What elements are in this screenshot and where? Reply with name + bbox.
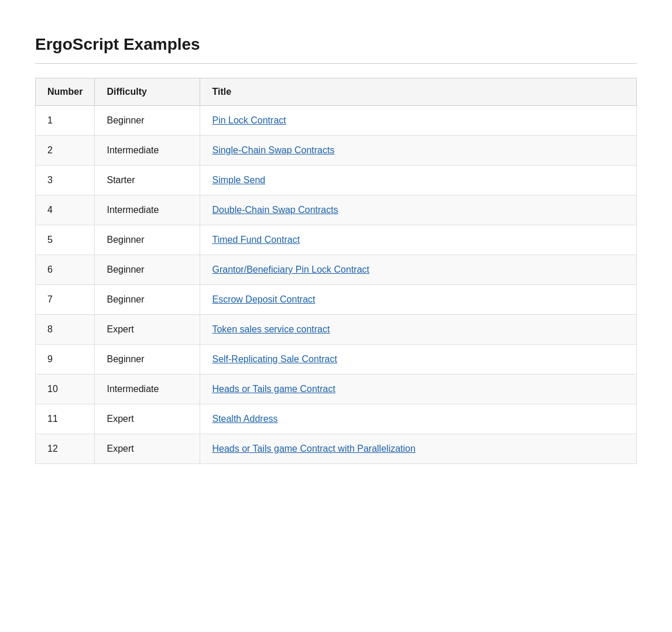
table-row: 8ExpertToken sales service contract (36, 315, 637, 345)
contract-link[interactable]: Token sales service contract (212, 324, 330, 334)
cell-title: Escrow Deposit Contract (200, 285, 637, 315)
contract-link[interactable]: Stealth Address (212, 414, 277, 424)
cell-number: 5 (36, 225, 95, 255)
cell-number: 11 (36, 404, 95, 434)
table-row: 12ExpertHeads or Tails game Contract wit… (36, 434, 637, 464)
cell-number: 4 (36, 195, 95, 225)
contract-link[interactable]: Simple Send (212, 175, 265, 185)
cell-difficulty: Beginner (95, 345, 200, 375)
table-row: 2IntermediateSingle-Chain Swap Contracts (36, 136, 637, 166)
page-title: ErgoScript Examples (35, 35, 637, 54)
table-row: 5BeginnerTimed Fund Contract (36, 225, 637, 255)
cell-title: Self-Replicating Sale Contract (200, 345, 637, 375)
cell-title: Pin Lock Contract (200, 106, 637, 136)
cell-title: Heads or Tails game Contract with Parall… (200, 434, 637, 464)
table-row: 1BeginnerPin Lock Contract (36, 106, 637, 136)
cell-difficulty: Beginner (95, 225, 200, 255)
table-row: 9BeginnerSelf-Replicating Sale Contract (36, 345, 637, 375)
cell-title: Grantor/Beneficiary Pin Lock Contract (200, 255, 637, 285)
cell-difficulty: Intermediate (95, 375, 200, 404)
cell-difficulty: Intermediate (95, 195, 200, 225)
table-row: 11ExpertStealth Address (36, 404, 637, 434)
contract-link[interactable]: Escrow Deposit Contract (212, 294, 315, 304)
cell-title: Stealth Address (200, 404, 637, 434)
header-number: Number (36, 78, 95, 106)
cell-number: 8 (36, 315, 95, 345)
cell-number: 2 (36, 136, 95, 166)
cell-number: 1 (36, 106, 95, 136)
contract-link[interactable]: Timed Fund Contract (212, 235, 300, 245)
cell-number: 12 (36, 434, 95, 464)
cell-difficulty: Expert (95, 315, 200, 345)
title-divider (35, 63, 637, 64)
cell-title: Simple Send (200, 166, 637, 195)
cell-difficulty: Intermediate (95, 136, 200, 166)
table-row: 3StarterSimple Send (36, 166, 637, 195)
cell-number: 9 (36, 345, 95, 375)
table-row: 7BeginnerEscrow Deposit Contract (36, 285, 637, 315)
contract-link[interactable]: Double-Chain Swap Contracts (212, 205, 338, 215)
cell-title: Single-Chain Swap Contracts (200, 136, 637, 166)
cell-title: Double-Chain Swap Contracts (200, 195, 637, 225)
contract-link[interactable]: Self-Replicating Sale Contract (212, 354, 337, 364)
cell-difficulty: Beginner (95, 285, 200, 315)
contract-link[interactable]: Pin Lock Contract (212, 115, 286, 125)
contract-link[interactable]: Grantor/Beneficiary Pin Lock Contract (212, 265, 369, 274)
table-row: 4IntermediateDouble-Chain Swap Contracts (36, 195, 637, 225)
header-difficulty: Difficulty (95, 78, 200, 106)
contract-link[interactable]: Single-Chain Swap Contracts (212, 145, 334, 155)
cell-difficulty: Beginner (95, 106, 200, 136)
table-row: 10IntermediateHeads or Tails game Contra… (36, 375, 637, 404)
cell-number: 10 (36, 375, 95, 404)
contract-link[interactable]: Heads or Tails game Contract with Parall… (212, 444, 415, 454)
cell-number: 3 (36, 166, 95, 195)
cell-title: Heads or Tails game Contract (200, 375, 637, 404)
cell-difficulty: Starter (95, 166, 200, 195)
examples-table: Number Difficulty Title 1BeginnerPin Loc… (35, 78, 637, 464)
contract-link[interactable]: Heads or Tails game Contract (212, 384, 335, 394)
cell-number: 6 (36, 255, 95, 285)
cell-title: Timed Fund Contract (200, 225, 637, 255)
header-title: Title (200, 78, 637, 106)
cell-difficulty: Expert (95, 434, 200, 464)
cell-difficulty: Beginner (95, 255, 200, 285)
cell-number: 7 (36, 285, 95, 315)
table-row: 6BeginnerGrantor/Beneficiary Pin Lock Co… (36, 255, 637, 285)
cell-title: Token sales service contract (200, 315, 637, 345)
cell-difficulty: Expert (95, 404, 200, 434)
table-header-row: Number Difficulty Title (36, 78, 637, 106)
